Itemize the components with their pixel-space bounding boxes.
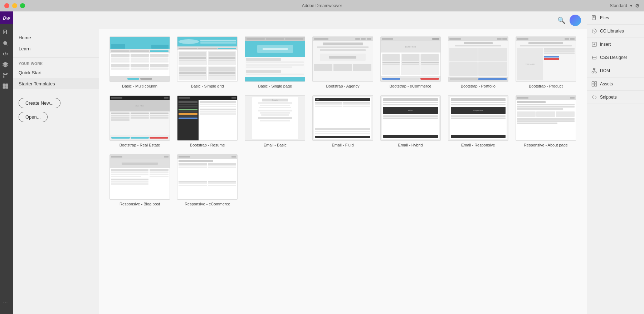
template-item-basic-simple-grid[interactable]: Basic - Simple grid xyxy=(177,36,238,88)
empty-cell-5 xyxy=(516,154,576,206)
right-panel-item-dom[interactable]: DOM xyxy=(587,64,644,78)
rail-icon-files[interactable] xyxy=(0,27,11,38)
template-thumb-responsive-blog xyxy=(109,154,170,200)
template-label-email-responsive: Email - Responsive xyxy=(448,143,508,147)
workspace-dropdown-icon[interactable]: ▾ xyxy=(630,3,632,8)
template-label-bootstrap-product: Bootstrap - Product xyxy=(516,84,576,88)
close-button[interactable] xyxy=(4,3,9,8)
template-label-responsive-ecommerce: Responsive - eCommerce xyxy=(177,202,238,206)
template-thumb-basic-multi-column xyxy=(109,36,170,82)
rail-icon-more[interactable]: ··· xyxy=(0,298,11,308)
template-item-responsive-ecommerce[interactable]: Responsive - eCommerce xyxy=(177,154,238,206)
template-label-bootstrap-portfolio: Bootstrap - Portfolio xyxy=(448,84,508,88)
titlebar-title: Adobe Dreamweaver xyxy=(302,3,342,8)
sidebar-item-starter-templates[interactable]: Starter Templates xyxy=(13,78,99,89)
template-thumb-responsive-ecommerce xyxy=(177,154,238,200)
empty-cell-1 xyxy=(245,154,305,206)
svg-rect-31 xyxy=(592,81,594,84)
template-item-basic-multi-column[interactable]: Basic - Multi column xyxy=(109,36,170,88)
rail-icon-search[interactable] xyxy=(0,38,11,49)
svg-rect-15 xyxy=(6,86,8,89)
rail-icon-git[interactable] xyxy=(0,70,11,81)
right-panel-item-files[interactable]: Files xyxy=(587,11,644,25)
template-item-email-hybrid[interactable]: 40/60 Email - Hybrid xyxy=(380,95,441,147)
assets-label: Assets xyxy=(600,81,613,86)
template-thumb-bootstrap-resume xyxy=(177,95,238,141)
files-label: Files xyxy=(600,15,609,20)
svg-line-6 xyxy=(5,52,6,56)
dom-icon xyxy=(591,68,597,74)
css-designer-label: CSS Designer xyxy=(600,55,627,60)
nav-item-learn[interactable]: Learn xyxy=(13,43,99,54)
snippets-icon xyxy=(591,94,597,100)
app-logo: Dw xyxy=(0,11,13,24)
template-thumb-email-hybrid: 40/60 xyxy=(380,95,441,141)
template-label-basic-multi-column: Basic - Multi column xyxy=(109,84,170,88)
template-item-bootstrap-resume[interactable]: Bootstrap - Resume xyxy=(177,95,238,147)
template-item-bootstrap-product[interactable]: 1200 × 460 xyxy=(516,36,576,88)
svg-rect-13 xyxy=(6,84,8,86)
svg-point-9 xyxy=(3,73,4,74)
template-item-bootstrap-ecommerce[interactable]: 1920 × 580 xyxy=(380,36,441,88)
template-thumb-basic-single-page xyxy=(245,36,305,82)
main-content: Basic - Multi column xyxy=(99,29,587,314)
template-item-email-basic[interactable]: Header Email - xyxy=(245,95,305,147)
right-panel: Files CC Libraries Insert CSS Designer D… xyxy=(587,11,644,314)
cc-libraries-label: CC Libraries xyxy=(600,29,624,34)
template-label-email-fluid: Email - Fluid xyxy=(312,143,373,147)
sidebar: Home Learn YOUR WORK Quick Start Starter… xyxy=(13,11,99,314)
template-thumb-email-basic: Header xyxy=(245,95,305,141)
template-item-basic-single-page[interactable]: Basic - Single page xyxy=(245,36,305,88)
settings-icon[interactable]: ⚙ xyxy=(635,3,640,9)
template-item-responsive-blog[interactable]: Responsive - Blog post xyxy=(109,154,170,206)
snippets-label: Snippets xyxy=(600,95,617,100)
empty-cell-3 xyxy=(380,154,441,206)
header-search-icon[interactable]: 🔍 xyxy=(557,16,565,24)
sidebar-section-items: Quick Start Starter Templates xyxy=(13,67,99,89)
rail-icon-code[interactable] xyxy=(0,49,11,59)
titlebar-right: Standard ▾ ⚙ xyxy=(610,3,640,9)
app-body: Dw ··· Home Learn YOUR WORK xyxy=(0,11,644,314)
svg-rect-12 xyxy=(3,84,5,86)
create-new-button[interactable]: Create New... xyxy=(19,98,60,108)
template-label-basic-simple-grid: Basic - Simple grid xyxy=(177,84,238,88)
sidebar-nav: Home Learn xyxy=(13,29,99,58)
files-icon xyxy=(591,15,597,21)
template-thumb-bootstrap-product: 1200 × 460 xyxy=(516,36,576,82)
template-item-email-fluid[interactable]: title xyxy=(312,95,373,147)
minimize-button[interactable] xyxy=(12,3,17,8)
right-panel-item-css-designer[interactable]: CSS Designer xyxy=(587,51,644,64)
open-button[interactable]: Open... xyxy=(19,112,48,122)
maximize-button[interactable] xyxy=(20,3,25,8)
template-thumb-basic-simple-grid xyxy=(177,36,238,82)
sidebar-item-quick-start[interactable]: Quick Start xyxy=(13,67,99,78)
svg-point-8 xyxy=(3,76,4,78)
template-thumb-bootstrap-agency xyxy=(312,36,373,82)
template-label-email-basic: Email - Basic xyxy=(245,143,305,147)
template-item-bootstrap-portfolio[interactable]: Bootstrap - Portfolio xyxy=(448,36,508,88)
nav-item-home[interactable]: Home xyxy=(13,32,99,43)
right-panel-item-cc-libraries[interactable]: CC Libraries xyxy=(587,25,644,38)
svg-rect-24 xyxy=(593,68,595,69)
right-panel-item-insert[interactable]: Insert xyxy=(587,38,644,51)
template-item-bootstrap-agency[interactable]: Bootstrap - Agency xyxy=(312,36,373,88)
empty-cell-4 xyxy=(448,154,508,206)
template-label-responsive-about: Responsive - About page xyxy=(516,143,576,147)
rail-icon-extensions[interactable] xyxy=(0,81,11,91)
user-avatar[interactable] xyxy=(570,15,581,26)
right-panel-item-snippets[interactable]: Snippets xyxy=(587,91,644,104)
rail-icon-layers[interactable] xyxy=(0,59,11,70)
right-panel-item-assets[interactable]: Assets xyxy=(587,78,644,91)
template-item-email-responsive[interactable]: Responsive Email - Responsive xyxy=(448,95,508,147)
template-grid-row2: 1920 × 500 xyxy=(109,95,576,147)
template-item-bootstrap-real-estate[interactable]: 1920 × 500 xyxy=(109,95,170,147)
svg-rect-14 xyxy=(3,86,5,89)
sidebar-section-title: YOUR WORK xyxy=(13,58,99,67)
svg-rect-33 xyxy=(592,84,594,86)
svg-marker-7 xyxy=(3,62,8,66)
template-label-responsive-blog: Responsive - Blog post xyxy=(109,202,170,206)
template-thumb-bootstrap-ecommerce: 1920 × 580 xyxy=(380,36,441,82)
template-item-responsive-about[interactable]: Responsive - About page xyxy=(516,95,576,147)
template-label-email-hybrid: Email - Hybrid xyxy=(380,143,441,147)
svg-rect-32 xyxy=(595,81,597,84)
